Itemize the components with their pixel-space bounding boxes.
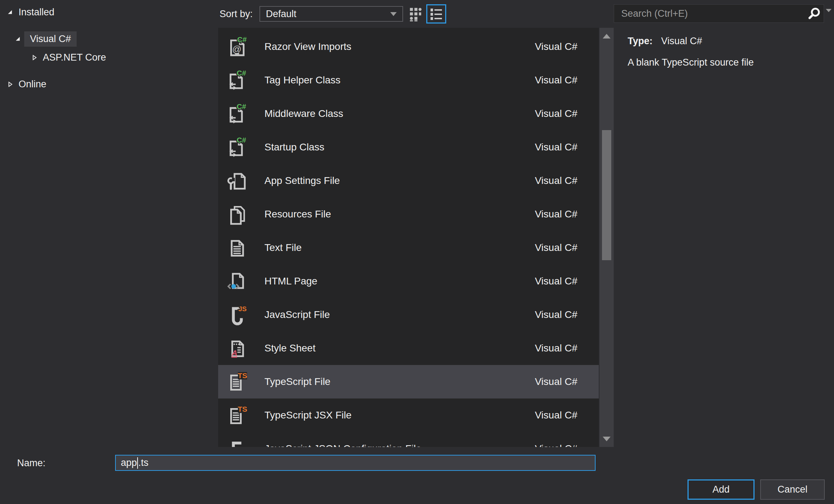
csharp-class-icon bbox=[226, 135, 249, 159]
sort-by-value: Default bbox=[266, 9, 297, 20]
csharp-class-icon bbox=[226, 68, 249, 92]
search-input[interactable] bbox=[614, 8, 806, 19]
template-list: Razor View Imports Visual C# Tag Helper … bbox=[218, 28, 599, 447]
search-options-caret-icon[interactable] bbox=[826, 12, 832, 19]
template-list-item[interactable]: TypeScript File Visual C# bbox=[218, 365, 599, 398]
list-view-button[interactable] bbox=[426, 4, 446, 24]
small-icons-view-button[interactable] bbox=[408, 6, 424, 22]
template-list-item[interactable]: App Settings File Visual C# bbox=[218, 164, 599, 197]
add-button[interactable]: Add bbox=[688, 479, 755, 500]
template-list-item[interactable]: Startup Class Visual C# bbox=[218, 130, 599, 164]
template-list-item[interactable]: Middleware Class Visual C# bbox=[218, 97, 599, 130]
list-view-icon bbox=[429, 7, 443, 21]
tree-label-online: Online bbox=[19, 79, 46, 90]
template-description: A blank TypeScript source file bbox=[628, 57, 754, 68]
template-list-item[interactable]: Style Sheet Visual C# bbox=[218, 331, 599, 365]
cancel-button[interactable]: Cancel bbox=[760, 479, 825, 500]
typescript-file-icon bbox=[226, 403, 249, 427]
template-list-item[interactable]: JavaScript JSON Configuration File Visua… bbox=[218, 432, 599, 447]
text-file-icon bbox=[226, 236, 249, 259]
search-box bbox=[614, 4, 824, 23]
scrollbar-thumb[interactable] bbox=[602, 130, 611, 260]
add-new-item-dialog: Installed Visual C# ASP.NET Core Online … bbox=[0, 0, 834, 504]
collapsed-triangle-icon[interactable] bbox=[31, 55, 38, 61]
html-page-icon bbox=[226, 269, 249, 293]
expanded-triangle-icon[interactable] bbox=[14, 36, 21, 42]
type-label: Type: bbox=[628, 36, 653, 47]
template-list-item[interactable]: HTML Page Visual C# bbox=[218, 264, 599, 298]
tree-node-visual-csharp[interactable]: Visual C# bbox=[14, 30, 77, 47]
name-value-after: .ts bbox=[138, 457, 149, 468]
razor-view-imports-icon bbox=[226, 35, 249, 58]
search-icon[interactable] bbox=[806, 6, 822, 21]
typescript-file-icon bbox=[226, 370, 249, 394]
stylesheet-icon bbox=[226, 336, 249, 360]
tree-node-online[interactable]: Online bbox=[6, 76, 46, 93]
name-label: Name: bbox=[17, 455, 46, 471]
resources-icon bbox=[226, 202, 249, 226]
list-scrollbar[interactable] bbox=[599, 28, 614, 447]
tree-node-aspnet-core[interactable]: ASP.NET Core bbox=[31, 49, 106, 66]
template-list-item[interactable]: JavaScript File Visual C# bbox=[218, 298, 599, 331]
csharp-class-icon bbox=[226, 102, 249, 125]
javascript-file-icon bbox=[226, 303, 249, 326]
tree-node-installed[interactable]: Installed bbox=[6, 4, 55, 21]
chevron-down-icon bbox=[390, 12, 397, 16]
template-list-item[interactable]: Tag Helper Class Visual C# bbox=[218, 63, 599, 97]
sort-by-dropdown[interactable]: Default bbox=[259, 6, 403, 22]
small-icons-grid-icon bbox=[409, 7, 424, 22]
collapsed-triangle-icon[interactable] bbox=[6, 81, 14, 87]
text-caret bbox=[137, 457, 138, 469]
template-list-item[interactable]: Text File Visual C# bbox=[218, 231, 599, 264]
scroll-down-arrow-icon[interactable] bbox=[599, 433, 614, 445]
appsettings-icon bbox=[226, 169, 249, 192]
name-input[interactable]: app.ts bbox=[115, 455, 596, 471]
expanded-triangle-icon[interactable] bbox=[6, 9, 14, 15]
template-list-item[interactable]: TypeScript JSX File Visual C# bbox=[218, 398, 599, 432]
name-value-before: app bbox=[121, 457, 137, 468]
tree-label-visual-csharp: Visual C# bbox=[24, 31, 77, 47]
scroll-up-arrow-icon[interactable] bbox=[599, 30, 614, 42]
template-list-item[interactable]: Resources File Visual C# bbox=[218, 197, 599, 231]
sort-by-label: Sort by: bbox=[220, 0, 253, 28]
type-value: Visual C# bbox=[661, 36, 702, 47]
tree-label-installed: Installed bbox=[19, 7, 55, 18]
json-config-icon bbox=[226, 437, 249, 447]
tree-label-aspnet-core: ASP.NET Core bbox=[43, 52, 106, 63]
template-type-row: Type: Visual C# bbox=[628, 36, 702, 47]
template-list-item[interactable]: Razor View Imports Visual C# bbox=[218, 30, 599, 63]
